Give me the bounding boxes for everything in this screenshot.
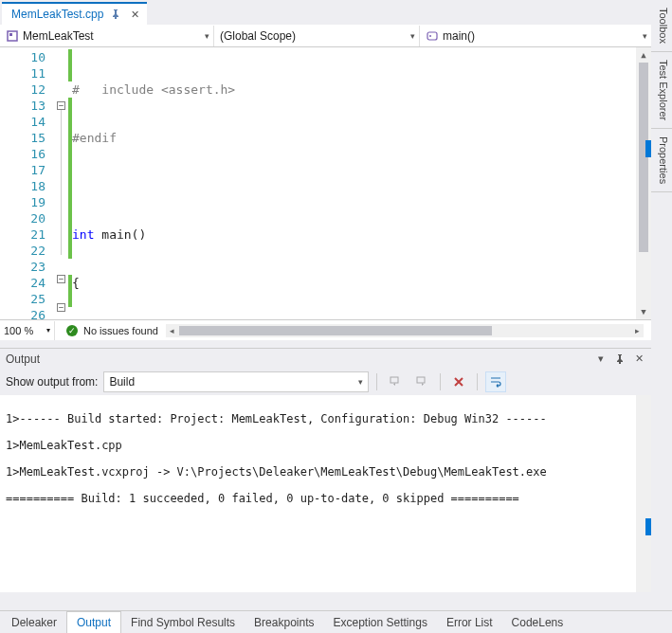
svg-rect-5 xyxy=(417,377,425,383)
scroll-right-arrow[interactable]: ▸ xyxy=(630,324,644,337)
tab-deleaker[interactable]: Deleaker xyxy=(2,612,66,633)
checkmark-icon: ✓ xyxy=(66,325,78,336)
caret-indicator xyxy=(645,518,651,535)
issues-indicator[interactable]: ✓ No issues found xyxy=(66,325,158,336)
toolbar-separator xyxy=(376,373,377,390)
bottom-tab-well: Deleaker Output Find Symbol Results Brea… xyxy=(0,610,672,633)
tab-error-list[interactable]: Error List xyxy=(437,612,502,633)
fold-toggle[interactable]: − xyxy=(57,275,65,283)
side-tab-properties[interactable]: Properties xyxy=(651,129,672,192)
next-message-button[interactable] xyxy=(411,371,432,392)
chevron-down-icon: ▾ xyxy=(643,31,647,41)
svg-rect-4 xyxy=(390,377,398,383)
scroll-left-arrow[interactable]: ◂ xyxy=(166,324,179,337)
tab-output[interactable]: Output xyxy=(66,611,121,633)
side-tab-toolbox[interactable]: Toolbox xyxy=(651,0,672,52)
scope-dropdown[interactable]: (Global Scope) ▾ xyxy=(214,26,420,46)
editor-horizontal-scrollbar[interactable]: ◂ ▸ xyxy=(166,324,644,337)
output-text[interactable]: 1>------ Build started: Project: MemLeak… xyxy=(0,395,651,592)
pin-icon[interactable] xyxy=(613,353,627,366)
project-dropdown[interactable]: MemLeakTest ▾ xyxy=(0,26,214,46)
prev-message-button[interactable] xyxy=(385,371,406,392)
function-icon xyxy=(426,29,439,43)
issues-label: No issues found xyxy=(83,325,158,336)
output-toolbar: Show output from: Build ▾ xyxy=(0,369,651,395)
fold-toggle[interactable]: − xyxy=(57,303,65,312)
line-number-gutter: 101112 131415 161718 192021 222324 25262… xyxy=(0,47,55,319)
output-panel-header: Output ▾ ✕ xyxy=(0,348,651,369)
file-tab-memleaktest[interactable]: MemLeakTest.cpp ✕ xyxy=(2,2,147,25)
chevron-down-icon: ▾ xyxy=(205,31,209,41)
zoom-dropdown[interactable]: 100 % ▾ xyxy=(0,321,55,340)
scrollbar-thumb[interactable] xyxy=(179,326,492,335)
member-dropdown[interactable]: main() ▾ xyxy=(420,26,651,46)
zoom-value: 100 % xyxy=(4,325,33,336)
scroll-up-arrow[interactable]: ▲ xyxy=(636,47,651,63)
side-tab-well: Toolbox Test Explorer Properties xyxy=(651,0,672,192)
svg-point-3 xyxy=(429,35,431,37)
close-icon[interactable]: ✕ xyxy=(128,8,141,21)
editor-status-bar: 100 % ▾ ✓ No issues found ◂ ▸ xyxy=(0,319,651,340)
navigation-bar: MemLeakTest ▾ (Global Scope) ▾ main() ▾ xyxy=(0,25,651,47)
svg-rect-1 xyxy=(9,33,12,36)
clear-all-button[interactable] xyxy=(448,371,469,392)
scroll-down-arrow[interactable]: ▼ xyxy=(636,304,651,319)
file-tab-label: MemLeakTest.cpp xyxy=(11,8,103,21)
editor-vertical-scrollbar[interactable]: ▲ ▼ xyxy=(636,47,651,319)
outline-column[interactable]: − − − xyxy=(55,47,68,319)
scrollbar-thumb[interactable] xyxy=(639,63,648,252)
chevron-down-icon: ▾ xyxy=(358,377,363,387)
show-output-from-label: Show output from: xyxy=(6,375,98,389)
toolbar-separator xyxy=(477,373,478,390)
window-position-icon[interactable]: ▾ xyxy=(594,353,608,366)
tab-find-symbol-results[interactable]: Find Symbol Results xyxy=(121,612,245,633)
side-tab-test-explorer[interactable]: Test Explorer xyxy=(651,52,672,129)
scope-dropdown-label: (Global Scope) xyxy=(220,29,296,43)
svg-rect-2 xyxy=(427,32,437,40)
project-icon xyxy=(6,29,19,43)
toggle-word-wrap-button[interactable] xyxy=(485,371,506,392)
code-content[interactable]: # include <assert.h> #endif int main() {… xyxy=(72,47,651,319)
tab-breakpoints[interactable]: Breakpoints xyxy=(245,612,323,633)
output-source-value: Build xyxy=(109,375,135,389)
member-dropdown-label: main() xyxy=(443,29,475,43)
output-panel-title: Output xyxy=(6,353,40,366)
tab-exception-settings[interactable]: Exception Settings xyxy=(323,612,436,633)
chevron-down-icon: ▾ xyxy=(410,31,415,41)
output-vertical-scrollbar[interactable] xyxy=(636,395,651,592)
tab-codelens[interactable]: CodeLens xyxy=(502,612,573,633)
pin-icon[interactable] xyxy=(109,8,122,21)
toolbar-separator xyxy=(440,373,441,390)
fold-toggle[interactable]: − xyxy=(57,101,65,110)
code-editor[interactable]: 101112 131415 161718 192021 222324 25262… xyxy=(0,47,651,319)
chevron-down-icon: ▾ xyxy=(46,326,50,335)
document-tab-bar: MemLeakTest.cpp ✕ xyxy=(0,0,651,25)
output-source-dropdown[interactable]: Build ▾ xyxy=(103,371,369,392)
project-dropdown-label: MemLeakTest xyxy=(23,29,94,43)
close-icon[interactable]: ✕ xyxy=(632,353,645,366)
